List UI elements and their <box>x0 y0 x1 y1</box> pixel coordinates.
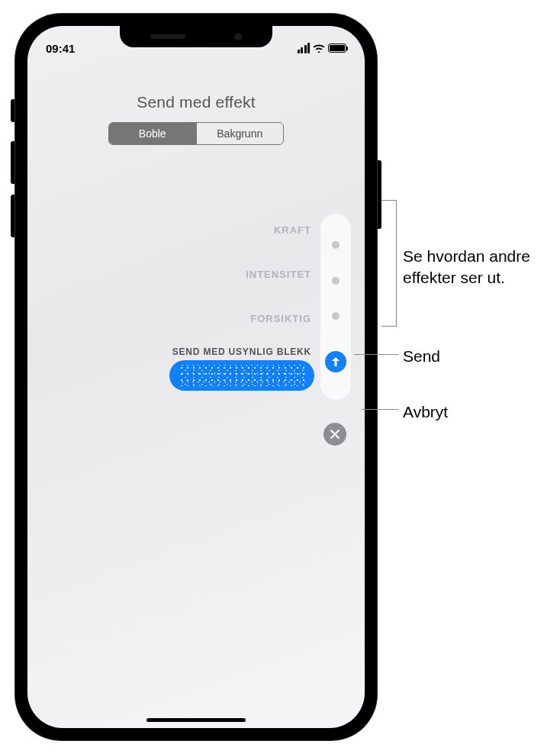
effect-label-kraft: KRAFT <box>274 224 311 236</box>
message-bubble-invisible-ink[interactable] <box>169 360 314 391</box>
status-time: 09:41 <box>46 42 75 55</box>
effect-label-invisible-ink: SEND MED USYNLIG BLEKK <box>172 346 311 357</box>
callout-send: Send <box>403 346 440 367</box>
wifi-icon <box>313 44 325 53</box>
close-icon <box>330 429 340 440</box>
effect-selector-rail <box>320 214 351 400</box>
effect-dot-kraft[interactable] <box>332 241 340 249</box>
header: Send med effekt Boble Bakgrunn <box>27 93 365 145</box>
status-right <box>298 43 347 53</box>
segmented-control[interactable]: Boble Bakgrunn <box>108 122 284 145</box>
callout-leader-cancel <box>362 409 398 410</box>
cancel-button[interactable] <box>323 423 346 446</box>
callout-bracket <box>381 200 397 327</box>
home-indicator[interactable] <box>146 718 246 722</box>
callout-cancel: Avbryt <box>403 401 448 423</box>
callout-effects: Se hvordan andre effekter ser ut. <box>403 246 555 289</box>
front-camera <box>234 33 242 40</box>
screen: 09:41 Send med effekt Boble Bakgrunn KRA… <box>27 26 365 728</box>
phone-frame: 09:41 Send med effekt Boble Bakgrunn KRA… <box>15 14 377 740</box>
segment-background[interactable]: Bakgrunn <box>196 123 284 144</box>
segment-bubble[interactable]: Boble <box>109 123 196 144</box>
page-title: Send med effekt <box>27 93 365 111</box>
battery-icon <box>328 44 346 53</box>
effect-label-forsiktig: FORSIKTIG <box>250 313 311 324</box>
effect-dot-forsiktig[interactable] <box>332 312 340 320</box>
send-button[interactable] <box>325 351 346 372</box>
callout-leader-send <box>354 354 398 355</box>
notch <box>120 26 272 47</box>
invisible-ink-noise <box>179 365 305 386</box>
effect-label-intensitet: INTENSITET <box>246 269 311 280</box>
arrow-up-icon <box>330 356 342 368</box>
effect-dot-intensitet[interactable] <box>332 277 340 285</box>
speaker-grille <box>150 34 185 39</box>
cellular-signal-icon <box>298 43 311 53</box>
